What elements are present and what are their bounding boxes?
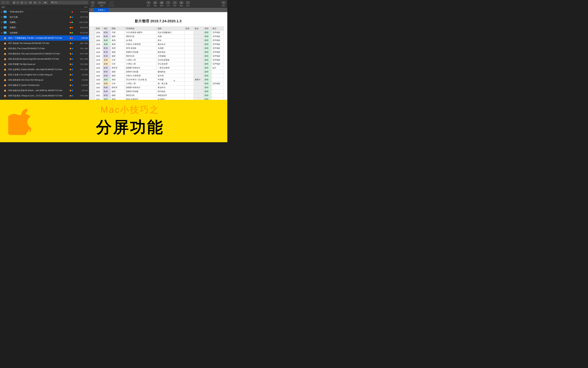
cell[interactable] (184, 35, 193, 38)
table-row[interactable]: 1929欧洲德国恩斯特·刘别谦璇宫艳史剧情无声电影 (89, 50, 224, 54)
cell[interactable] (193, 58, 203, 62)
table-row[interactable]: 1931欧洲德国弗里茨·朗M就是凶手剧情 (89, 93, 224, 98)
cell[interactable]: 1929 (95, 54, 103, 58)
cell[interactable]: 欧洲 (103, 93, 110, 98)
collaborate-button[interactable]: ⊕协作 (221, 1, 226, 7)
cell[interactable]: 欧洲 (103, 46, 110, 50)
cell[interactable] (193, 74, 203, 78)
share-button[interactable]: ⇧ (38, 1, 42, 4)
text-button[interactable]: T文本 (166, 1, 170, 7)
cell[interactable] (184, 62, 193, 66)
cell[interactable]: 金·维多 (125, 38, 157, 42)
cell[interactable]: 赌城艳史 (157, 70, 184, 74)
cell[interactable]: 日本 (110, 62, 125, 66)
cell[interactable]: 1930 (95, 78, 103, 82)
table-row[interactable]: 1930美洲美国乔治·W·希尔 / 瓦尔德·温牢狱鸳奥斯卡剧情 (89, 78, 224, 82)
cell[interactable]: 英国 (110, 46, 125, 50)
cell[interactable]: 剧情 (203, 93, 211, 98)
tags-button[interactable]: ◖◗ (42, 1, 48, 4)
cell[interactable]: 美国 (110, 98, 125, 100)
cell[interactable]: 牢狱鸳 (157, 78, 184, 82)
cell[interactable]: 西班牙 (110, 86, 125, 90)
group-button[interactable]: ⊞▾ (28, 1, 32, 4)
cell[interactable] (193, 66, 203, 70)
column-header[interactable]: 国家 (110, 27, 125, 31)
cell[interactable]: 美国 (110, 38, 125, 42)
cell[interactable]: 那一夜之妻 (157, 82, 184, 86)
cell[interactable]: 1930 (95, 74, 103, 78)
disclosure-triangle-icon[interactable]: ▶ (1, 11, 4, 13)
cell[interactable] (193, 82, 203, 86)
cell[interactable]: 黄金时代 (157, 86, 184, 90)
cell[interactable]: 日本 (110, 58, 125, 62)
cell[interactable]: 约瑟夫·冯·斯登堡 (125, 74, 157, 78)
view-button[interactable]: ▾显示 (91, 1, 95, 7)
column-header[interactable]: 备注 (211, 27, 224, 31)
cell[interactable]: 小津安二郎 (125, 58, 157, 62)
cell[interactable] (193, 70, 203, 74)
file-row[interactable]: ▶「金狮奖」109.73 GB (0, 20, 89, 25)
cell[interactable] (193, 98, 203, 100)
table-row[interactable]: 1928欧洲德国弗里茨·朗间谍剧情无声电影 (89, 35, 224, 38)
cell[interactable]: 1931 (95, 98, 103, 100)
disclosure-triangle-icon[interactable]: ▶ (1, 16, 4, 18)
cell[interactable]: 查理·卓别林 (125, 46, 157, 50)
column-header[interactable]: 地区 (103, 27, 110, 31)
table-row[interactable]: 1929亚洲日本小津安二郎开心的走吧剧情无声电影 (89, 62, 224, 66)
cell[interactable] (193, 31, 203, 35)
cell[interactable]: 马戏团 (157, 46, 184, 50)
cell[interactable]: 西班牙 (110, 66, 125, 70)
cell[interactable]: 蓝天使 (157, 74, 184, 78)
cell[interactable] (193, 38, 203, 42)
cell[interactable] (184, 82, 193, 86)
cell[interactable]: 约瑟夫·冯·斯登堡 (125, 42, 157, 46)
cell[interactable]: 欧洲 (103, 66, 110, 70)
cell[interactable] (193, 42, 203, 46)
cell[interactable] (211, 86, 224, 90)
cell[interactable]: 欧洲 (103, 31, 110, 35)
cell[interactable]: 剧情 (203, 90, 211, 93)
data-table[interactable]: 时间地区国家导演/机构电影获奖提名类型备注1928欧洲丹麦卡尔·西奥多·德莱叶圣… (89, 27, 224, 100)
cell[interactable]: 鲁本·马莫利安 (125, 98, 157, 100)
cell[interactable]: 德国 (110, 90, 125, 93)
cell[interactable]: 剧情 (203, 74, 211, 78)
cell[interactable] (184, 74, 193, 78)
cell[interactable] (184, 58, 193, 62)
zoom-control[interactable]: 125%▾缩放 (97, 1, 106, 7)
cell[interactable]: 美洲 (103, 78, 110, 82)
cell[interactable]: 剧情 (203, 66, 211, 70)
cell[interactable]: 一条安达鲁狗 (157, 66, 184, 70)
cell[interactable]: 剧情 (203, 35, 211, 38)
file-row[interactable]: 1930.牢狱鸳.The Big House.avi732.8 MB (0, 62, 89, 67)
cell[interactable]: 欧洲 (103, 50, 110, 54)
cell[interactable] (211, 70, 224, 74)
column-header[interactable]: 时间 (95, 27, 103, 31)
cell[interactable]: 剧情 (203, 86, 211, 90)
file-row[interactable]: ▶「短片合集」25.47 GB (0, 14, 89, 20)
cell[interactable] (193, 93, 203, 98)
cell[interactable]: 驸马艳史 (157, 90, 184, 93)
sheet-canvas[interactable]: 影片整理 2019.7.24-2020.1.3 时间地区国家导演/机构电影获奖提… (89, 12, 227, 100)
cell[interactable]: 1928 (95, 42, 103, 46)
file-row[interactable]: 1932.亡命者 I Am a Fugitive from a Chain Ga… (0, 72, 89, 77)
column-header[interactable]: 导演/机构 (125, 27, 157, 31)
cell[interactable]: 卡尔·西奥多·德莱叶 (125, 31, 157, 35)
cell[interactable]: 德国 (110, 93, 125, 98)
header-size[interactable]: 大小 (73, 6, 88, 8)
cell[interactable] (211, 98, 224, 100)
cell[interactable] (184, 66, 193, 70)
cell[interactable]: 德国 (110, 74, 125, 78)
cell[interactable]: 剧情 (203, 42, 211, 46)
table-row[interactable]: 1928美洲美国约瑟夫·冯·斯登堡最后命令剧情无声电影 (89, 42, 224, 46)
cell[interactable] (184, 93, 193, 98)
cell[interactable]: 剧情 (203, 58, 211, 62)
cell[interactable]: 剧情 (203, 78, 211, 82)
sort-indicator-icon[interactable]: ⌃ (69, 6, 70, 8)
file-row[interactable]: ▶「金棕榈奖」93.29 GB (0, 30, 89, 35)
cell[interactable]: 1929 (95, 50, 103, 54)
cell[interactable] (184, 54, 193, 58)
table-row[interactable]: 1928欧洲英国查理·卓别林马戏团剧情无声电影 (89, 46, 224, 50)
cell[interactable]: 无声电影 (211, 38, 224, 42)
cell[interactable]: 圣女贞德蒙难记 (157, 31, 184, 35)
file-row[interactable]: 1936.迪兹先生进城.Mr.Deeds....own.WEB-DL.MiniS… (0, 88, 89, 93)
